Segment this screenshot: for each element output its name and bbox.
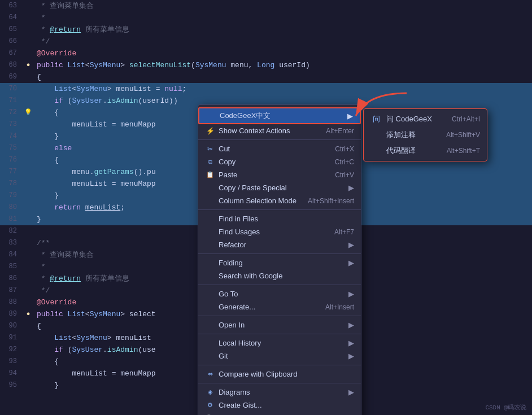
menu-label-open-in: Open In (219, 321, 245, 329)
line-66: 66 */ (0, 36, 532, 47)
separator-1 (198, 139, 361, 140)
arrow-git: ▶ (348, 352, 354, 360)
separator-8 (198, 383, 361, 383)
menu-label-codegee: CodeGeeX中文 (220, 111, 271, 121)
menu-label-search-google: Search with Google (219, 272, 282, 280)
context-actions-icon: ⚡ (205, 127, 215, 135)
submenu-shortcut-comment: Alt+Shift+V (446, 131, 480, 139)
watermark: CSDN @码农说 (485, 403, 526, 412)
compare-icon: ⇔ (205, 370, 215, 378)
annotation-arrow (350, 88, 418, 136)
line-67: 67 @Override (0, 47, 532, 59)
menu-label-cut: Cut (219, 145, 230, 153)
line-65: 65 * @return 所有菜单信息 (0, 24, 532, 36)
separator-3 (198, 254, 361, 254)
arrow-local-history: ▶ (348, 339, 354, 347)
menu-label-paste: Paste (219, 171, 237, 179)
menu-item-show-context[interactable]: ⚡ Show Context Actions Alt+Enter (198, 124, 361, 137)
menu-shortcut-find-usages: Alt+F7 (334, 228, 354, 236)
menu-shortcut-copy: Ctrl+C (335, 158, 354, 166)
create-gist-icon: ⚙ (205, 401, 215, 409)
menu-label-create-gist: Create Gist... (219, 401, 262, 409)
submenu-label-translate: 代码翻译 (386, 146, 416, 156)
submenu-code-translate[interactable]: 代码翻译 Alt+Shift+T (364, 143, 487, 159)
menu-item-find-usages[interactable]: Find Usages Alt+F7 (198, 225, 361, 238)
menu-label-find-usages: Find Usages (219, 228, 260, 236)
separator-6 (198, 334, 361, 334)
menu-label-copy-paste-special: Copy / Paste Special (219, 184, 287, 192)
menu-item-folding[interactable]: Folding ▶ (198, 256, 361, 269)
line-68: 68 ● public List<SysMenu> selectMenuList… (0, 59, 532, 71)
line-70: 70 List<SysMenu> menuList = null; (0, 83, 532, 95)
menu-label-show-context: Show Context Actions (219, 126, 290, 135)
line-64: 64 * (0, 12, 532, 24)
separator-4 (198, 285, 361, 285)
menu-label-compare-clipboard: Compare with Clipboard (219, 370, 297, 378)
menu-label-find-in-files: Find in Files (219, 215, 258, 223)
menu-item-copy-paste-special[interactable]: Copy / Paste Special ▶ (198, 181, 361, 194)
diagrams-icon: ◈ (205, 388, 215, 396)
menu-shortcut-column-selection: Alt+Shift+Insert (308, 197, 354, 205)
copy-icon: ⧉ (205, 158, 215, 165)
menu-item-codegee[interactable]: CodeGeeX中文 ▶ 问 问 CodeGeeX Ctrl+Alt+I 添加注… (198, 107, 361, 124)
menu-item-refactor[interactable]: Refactor ▶ (198, 238, 361, 251)
menu-label-copy: Copy (219, 158, 236, 166)
context-menu: CodeGeeX中文 ▶ 问 问 CodeGeeX Ctrl+Alt+I 添加注… (198, 104, 361, 415)
submenu-shortcut-ask: Ctrl+Alt+I (452, 115, 480, 123)
separator-7 (198, 365, 361, 365)
menu-shortcut-paste: Ctrl+V (335, 171, 354, 179)
arrow-copy-paste: ▶ (348, 184, 354, 192)
menu-item-copy[interactable]: ⧉ Copy Ctrl+C (198, 155, 361, 168)
arrow-open-in: ▶ (348, 321, 354, 329)
arrow-folding: ▶ (348, 259, 354, 267)
menu-item-paste[interactable]: 📋 Paste Ctrl+V (198, 168, 361, 181)
cut-icon: ✂ (205, 145, 215, 153)
menu-label-folding: Folding (219, 259, 243, 267)
menu-item-find-in-files[interactable]: Find in Files (198, 212, 361, 225)
menu-item-diagrams[interactable]: ◈ Diagrams ▶ (198, 386, 361, 399)
menu-item-create-gist[interactable]: ⚙ Create Gist... (198, 399, 361, 412)
menu-label-goto: Go To (219, 290, 238, 298)
line-69: 69 { (0, 71, 532, 83)
paste-icon: 📋 (205, 171, 215, 178)
separator-2 (198, 209, 361, 210)
menu-label-generate: Generate... (219, 303, 255, 311)
arrow-diagrams: ▶ (348, 388, 354, 396)
menu-item-compare-clipboard[interactable]: ⇔ Compare with Clipboard (198, 368, 361, 381)
menu-item-git[interactable]: Git ▶ (198, 350, 361, 362)
menu-item-cut[interactable]: ✂ Cut Ctrl+X (198, 142, 361, 155)
menu-label-column-selection: Column Selection Mode (219, 196, 296, 205)
separator-5 (198, 316, 361, 316)
submenu-shortcut-translate: Alt+Shift+T (447, 147, 480, 155)
arrow-refactor: ▶ (348, 241, 354, 249)
menu-shortcut-generate: Alt+Insert (325, 303, 354, 311)
menu-label-git: Git (219, 352, 228, 360)
menu-item-local-history[interactable]: Local History ▶ (198, 337, 361, 350)
menu-item-goto[interactable]: Go To ▶ (198, 287, 361, 300)
line-63: 63 * 查询菜单集合 (0, 0, 532, 12)
menu-shortcut-cut: Ctrl+X (335, 145, 354, 153)
menu-label-diagrams: Diagrams (219, 388, 250, 396)
menu-item-generate[interactable]: Generate... Alt+Insert (198, 300, 361, 313)
menu-item-analyze-sonar[interactable]: 🔍 Analyze with SonarLint (198, 412, 361, 415)
menu-item-open-in[interactable]: Open In ▶ (198, 318, 361, 331)
menu-item-search-google[interactable]: Search with Google (198, 269, 361, 282)
arrow-goto: ▶ (348, 290, 354, 298)
menu-label-refactor: Refactor (219, 241, 246, 249)
menu-item-column-selection[interactable]: Column Selection Mode Alt+Shift+Insert (198, 194, 361, 207)
menu-label-local-history: Local History (219, 339, 261, 347)
